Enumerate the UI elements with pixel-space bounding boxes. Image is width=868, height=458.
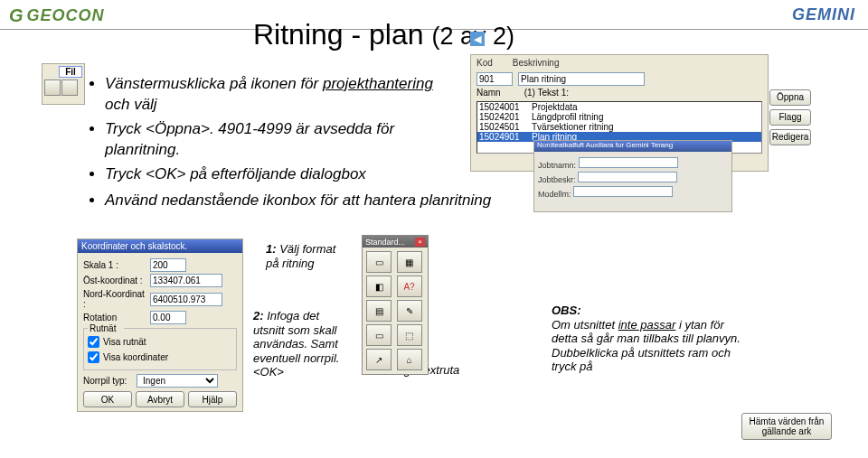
- annotation-obs: OBS: Om utsnittet inte passar i ytan för…: [552, 304, 741, 374]
- label-skala: Skala 1 :: [83, 260, 146, 270]
- obs-underline: inte passar: [618, 318, 676, 332]
- label-rotation: Rotation: [83, 313, 146, 322]
- label-namn: Namn: [476, 88, 501, 98]
- chk-visa-koordinater[interactable]: [88, 351, 99, 364]
- koord-title: Koordinater och skalstock.: [78, 239, 242, 253]
- palette-insert-icon[interactable]: A?: [397, 276, 422, 297]
- standard-palette: Standard... × ▭ ▦ ◧ A? ▤ ✎ ▭ ⬚ ↗ ⌂: [362, 235, 429, 375]
- bullet-1-post: och välj: [105, 96, 157, 113]
- norrpil-select[interactable]: Ingen: [137, 374, 218, 388]
- palette-title: Standard...: [365, 238, 405, 247]
- col-kod: Kod: [476, 58, 493, 68]
- label-chk1: Visa rutnät: [103, 337, 146, 347]
- skala-input[interactable]: [150, 258, 186, 272]
- logo-left-text: GEOCON: [27, 6, 105, 25]
- geocon-glyph-icon: G: [9, 5, 24, 26]
- toolbar-icon-2[interactable]: [61, 79, 78, 96]
- dialog-input-1[interactable]: [579, 157, 678, 168]
- palette-icon-8[interactable]: ⬚: [397, 324, 422, 346]
- open-button[interactable]: Öppna: [769, 89, 811, 106]
- label-chk2: Visa koordinater: [103, 352, 168, 362]
- obs-head: OBS:: [552, 304, 581, 317]
- ost-input[interactable]: [150, 274, 222, 287]
- list-item[interactable]: 15024501Tvärsektioner ritning: [477, 122, 761, 132]
- help-button[interactable]: Hjälp: [188, 391, 237, 407]
- dialog-input-3[interactable]: [573, 186, 673, 197]
- palette-icon-3[interactable]: ◧: [366, 276, 392, 297]
- flagg-button[interactable]: Flagg: [769, 109, 811, 126]
- palette-textbox-icon[interactable]: ▭: [366, 324, 392, 346]
- dialog-preview: Nordteatkalfuft Auxiliara for Gemini Ter…: [533, 140, 732, 212]
- close-icon[interactable]: ×: [415, 238, 425, 247]
- bullet-lower-1: Använd nedanstående ikonbox för att hant…: [105, 192, 491, 210]
- label-norrpil: Norrpil typ:: [83, 376, 133, 386]
- annotation-2-text: Infoga det utsnitt som skall användas. S…: [253, 309, 339, 379]
- title-main: Ritning - plan: [253, 18, 424, 51]
- bullet-1-pre: Vänstermusklicka på ikonen för: [105, 75, 323, 92]
- ok-button[interactable]: OK: [83, 391, 132, 407]
- koordinater-panel: Koordinater och skalstock. Skala 1 : Öst…: [77, 238, 243, 412]
- dialog-label-3: Modellm:: [538, 190, 571, 199]
- edit-button[interactable]: Redigera: [769, 129, 811, 145]
- list-item[interactable]: 15024201Längdprofil ritning: [477, 112, 761, 122]
- desc-input[interactable]: [518, 72, 645, 86]
- nord-input[interactable]: [150, 293, 222, 306]
- instruction-list-lower: Använd nedanstående ikonbox för att hant…: [90, 192, 491, 210]
- annotation-1-text: Välj format på ritning: [266, 242, 335, 270]
- toolbar-snippet: Fil: [42, 63, 85, 105]
- annotation-1: 1: Välj format på ritning: [266, 242, 338, 270]
- palette-icon-9[interactable]: ↗: [366, 349, 392, 370]
- group-rutnat: Rutnät: [88, 323, 124, 333]
- rotation-input[interactable]: [150, 311, 186, 324]
- label-ost: Öst-koordinat :: [83, 276, 146, 285]
- palette-icon-6[interactable]: ✎: [397, 300, 422, 322]
- logo-geocon: G GEOCON: [9, 5, 105, 26]
- palette-icon-2[interactable]: ▦: [397, 251, 422, 273]
- obs-italic: Dubbelklicka: [552, 346, 618, 360]
- col-beskrivning: Beskrivning: [513, 58, 560, 68]
- code-input[interactable]: [476, 72, 513, 86]
- project-icon[interactable]: [44, 79, 61, 96]
- label-tekst1: (1) Tekst 1:: [524, 88, 569, 98]
- dialog-input-2[interactable]: [578, 172, 677, 182]
- instruction-list: Vänstermusklicka på ikonen för projektha…: [90, 74, 434, 189]
- palette-format-icon[interactable]: ▭: [366, 251, 392, 273]
- bullet-1-link: projekthantering: [323, 75, 433, 92]
- palette-icon-10[interactable]: ⌂: [397, 349, 422, 370]
- chk-visa-rutnat[interactable]: [88, 335, 99, 349]
- file-menu[interactable]: Fil: [59, 66, 82, 78]
- dialog-label-1: Jobtnamn:: [538, 161, 576, 170]
- bullet-1: Vänstermusklicka på ikonen för projektha…: [105, 74, 434, 116]
- annotation-2: 2: Infoga det utsnitt som skall användas…: [253, 309, 353, 379]
- list-item[interactable]: 15024001Projektdata: [477, 102, 761, 112]
- logo-gemini: GEMINI: [792, 5, 855, 24]
- bullet-2: Tryck <Öppna>. 4901-4999 är avsedda för …: [105, 119, 434, 161]
- refresh-values-button[interactable]: Hämta värden från gällande ark: [741, 413, 832, 440]
- dialog-label-2: Jobtbeskr:: [538, 175, 576, 184]
- palette-icon-5[interactable]: ▤: [366, 300, 392, 322]
- nav-prev-icon[interactable]: ◀: [470, 32, 485, 46]
- obs-t1: Om utsnittet: [552, 318, 618, 332]
- label-nord: Nord-Koordinat :: [83, 289, 146, 309]
- dialog-title: Nordteatkalfuft Auxiliara for Gemini Ter…: [534, 141, 731, 152]
- cancel-button[interactable]: Avbryt: [136, 391, 184, 407]
- bullet-3: Tryck <OK> på efterföljande dialogbox: [105, 164, 434, 185]
